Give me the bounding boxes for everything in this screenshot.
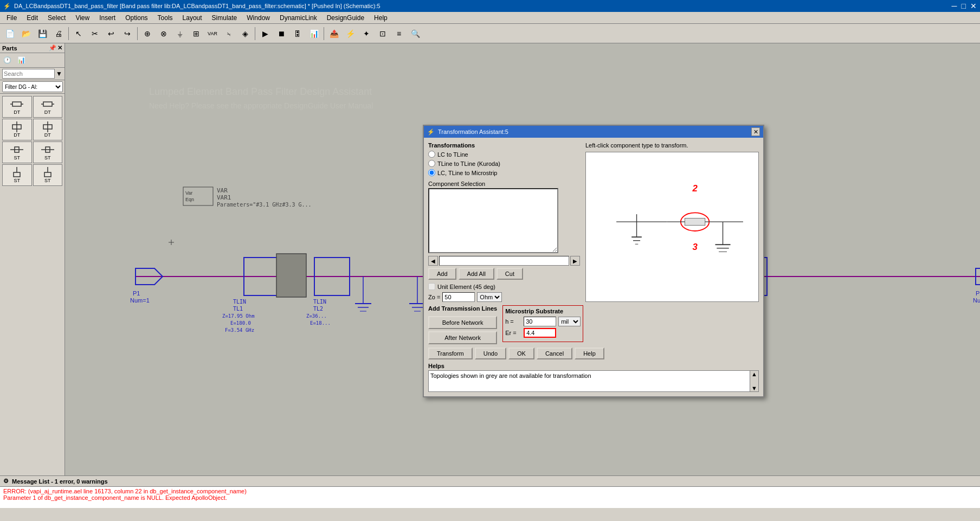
radio-lc-tline-input[interactable] bbox=[428, 151, 435, 158]
toolbar-export[interactable]: 📤 bbox=[326, 26, 341, 41]
dialog-title-bar[interactable]: ⚡ Transformation Assistant:5 ✕ bbox=[424, 126, 763, 138]
component-scroll-input[interactable] bbox=[439, 256, 569, 266]
parts-item-st3[interactable]: ST bbox=[2, 164, 32, 186]
menu-options[interactable]: Options bbox=[121, 13, 152, 23]
parts-item-st1[interactable]: ST bbox=[2, 141, 32, 163]
dialog-close-button[interactable]: ✕ bbox=[751, 127, 760, 136]
toolbar-marker[interactable]: ◈ bbox=[237, 26, 253, 41]
zo-input[interactable] bbox=[442, 292, 475, 302]
parts-item-dt3[interactable]: DT bbox=[2, 119, 32, 140]
toolbar-sep-4 bbox=[324, 27, 324, 40]
toolbar-cut[interactable]: ✂ bbox=[87, 26, 102, 41]
parts-chart-btn[interactable]: 📊 bbox=[15, 54, 27, 66]
parts-pin-icon[interactable]: 📌 bbox=[49, 44, 56, 52]
menu-edit[interactable]: Edit bbox=[22, 13, 42, 23]
menu-insert[interactable]: Insert bbox=[95, 13, 120, 23]
maximize-btn[interactable]: □ bbox=[962, 2, 966, 10]
toolbar-data-display[interactable]: 📊 bbox=[306, 26, 321, 41]
toolbar-probe[interactable]: ⍀ bbox=[221, 26, 236, 41]
zo-unit-select[interactable]: Ohm bbox=[477, 292, 502, 302]
toolbar-open[interactable]: 📂 bbox=[18, 26, 34, 41]
toolbar-print[interactable]: 🖨 bbox=[51, 26, 66, 41]
parts-item-st4[interactable]: ST bbox=[33, 164, 63, 186]
ok-button[interactable]: OK bbox=[508, 348, 534, 359]
undo-button[interactable]: Undo bbox=[475, 348, 506, 359]
main-layout: Parts 📌 ✕ 🕐 📊 ▼ Filter DG - Al: DT bbox=[0, 43, 980, 475]
cancel-button[interactable]: Cancel bbox=[537, 348, 572, 359]
toolbar-import[interactable]: ⚡ bbox=[343, 26, 358, 41]
toolbar-new[interactable]: 📄 bbox=[2, 26, 17, 41]
parts-item-st2[interactable]: ST bbox=[33, 141, 63, 163]
menu-layout[interactable]: Layout bbox=[178, 13, 207, 23]
scroll-up-icon[interactable]: ▲ bbox=[751, 371, 757, 377]
toolbar-var[interactable]: VAR bbox=[205, 26, 220, 41]
toolbar-simulate[interactable]: ▶ bbox=[257, 26, 273, 41]
dialog-body: Transformations LC to TLine TLine to TLi… bbox=[424, 138, 763, 396]
h-label: h = bbox=[505, 318, 521, 325]
add-all-button[interactable]: Add All bbox=[459, 268, 494, 280]
bottom-buttons: Transform Undo OK Cancel Help bbox=[428, 348, 759, 359]
toolbar-netlist[interactable]: ≡ bbox=[391, 26, 407, 41]
helps-scrollbar[interactable]: ▲ ▼ bbox=[750, 371, 758, 391]
title-bar-controls[interactable]: ─ □ ✕ bbox=[952, 2, 977, 10]
after-network-button[interactable]: After Network bbox=[428, 331, 497, 344]
h-input[interactable] bbox=[524, 317, 556, 326]
menu-bar: File Edit Select View Insert Options Too… bbox=[0, 12, 980, 24]
radio-lc-microstrip[interactable]: LC, TLine to Microstrip bbox=[428, 169, 580, 176]
parts-close-icon[interactable]: ✕ bbox=[57, 44, 62, 52]
menu-designguide[interactable]: DesignGuide bbox=[323, 13, 369, 23]
component-list[interactable] bbox=[428, 188, 558, 253]
menu-dynamiclink[interactable]: DynamicLink bbox=[275, 13, 321, 23]
menu-tools[interactable]: Tools bbox=[153, 13, 177, 23]
message-bar: ⚙ Message List - 1 error, 0 warnings bbox=[0, 476, 980, 487]
radio-kuroda-label: TLine to TLine (Kuroda) bbox=[437, 160, 500, 167]
radio-microstrip-input[interactable] bbox=[428, 169, 435, 176]
help-button[interactable]: Help bbox=[575, 348, 604, 359]
scroll-right[interactable]: ▶ bbox=[570, 256, 580, 266]
add-button[interactable]: Add bbox=[428, 268, 456, 280]
menu-select[interactable]: Select bbox=[43, 13, 70, 23]
parts-item-dt4[interactable]: DT bbox=[33, 119, 63, 140]
menu-window[interactable]: Window bbox=[242, 13, 274, 23]
svg-text:TL2: TL2 bbox=[313, 306, 323, 312]
toolbar-ground[interactable]: ⏚ bbox=[172, 26, 188, 41]
toolbar-stop[interactable]: ⏹ bbox=[274, 26, 289, 41]
toolbar-net[interactable]: ⊗ bbox=[156, 26, 171, 41]
close-btn[interactable]: ✕ bbox=[970, 2, 977, 10]
menu-help[interactable]: Help bbox=[370, 13, 392, 23]
toolbar-port[interactable]: ⊞ bbox=[189, 26, 204, 41]
before-network-button[interactable]: Before Network bbox=[428, 316, 497, 329]
parts-item-dt2[interactable]: DT bbox=[33, 96, 63, 118]
toolbar-undo[interactable]: ↩ bbox=[104, 26, 119, 41]
scroll-down-icon[interactable]: ▼ bbox=[751, 385, 757, 391]
menu-view[interactable]: View bbox=[71, 13, 94, 23]
h-unit-select[interactable]: mil mm um bbox=[558, 317, 581, 326]
toolbar-wire[interactable]: ⊕ bbox=[140, 26, 155, 41]
scroll-left[interactable]: ◀ bbox=[428, 256, 438, 266]
toolbar-marker2[interactable]: ✦ bbox=[359, 26, 374, 41]
minimize-btn[interactable]: ─ bbox=[952, 2, 957, 10]
parts-item-dt1[interactable]: DT bbox=[2, 96, 32, 118]
cut-button[interactable]: Cut bbox=[497, 268, 523, 280]
radio-tline-kuroda[interactable]: TLine to TLine (Kuroda) bbox=[428, 160, 580, 167]
menu-simulate[interactable]: Simulate bbox=[208, 13, 242, 23]
filter-icon[interactable]: ▼ bbox=[56, 70, 62, 78]
toolbar-save[interactable]: 💾 bbox=[35, 26, 50, 41]
search-input[interactable] bbox=[2, 69, 55, 79]
radio-kuroda-input[interactable] bbox=[428, 160, 435, 167]
toolbar-tune[interactable]: 🎛 bbox=[290, 26, 305, 41]
radio-lc-tline[interactable]: LC to TLine bbox=[428, 151, 580, 158]
canvas-area[interactable]: Lumped Element Band Pass Filter Design A… bbox=[65, 43, 980, 475]
toolbar-arrow[interactable]: ↖ bbox=[71, 26, 86, 41]
toolbar-annotate[interactable]: 🔍 bbox=[408, 26, 423, 41]
parts-history-btn[interactable]: 🕐 bbox=[1, 54, 13, 66]
menu-file[interactable]: File bbox=[2, 13, 21, 23]
parts-filter-select[interactable]: Filter DG - Al: bbox=[2, 81, 63, 92]
parts-header-icons: 📌 ✕ bbox=[49, 44, 62, 52]
toolbar-redo[interactable]: ↪ bbox=[120, 26, 135, 41]
unit-element-checkbox[interactable] bbox=[428, 283, 435, 290]
toolbar-component[interactable]: ⊡ bbox=[375, 26, 390, 41]
er-input[interactable] bbox=[524, 328, 556, 338]
status-bar: ⚙ Message List - 1 error, 0 warnings ERR… bbox=[0, 475, 980, 508]
transform-button[interactable]: Transform bbox=[428, 348, 473, 359]
